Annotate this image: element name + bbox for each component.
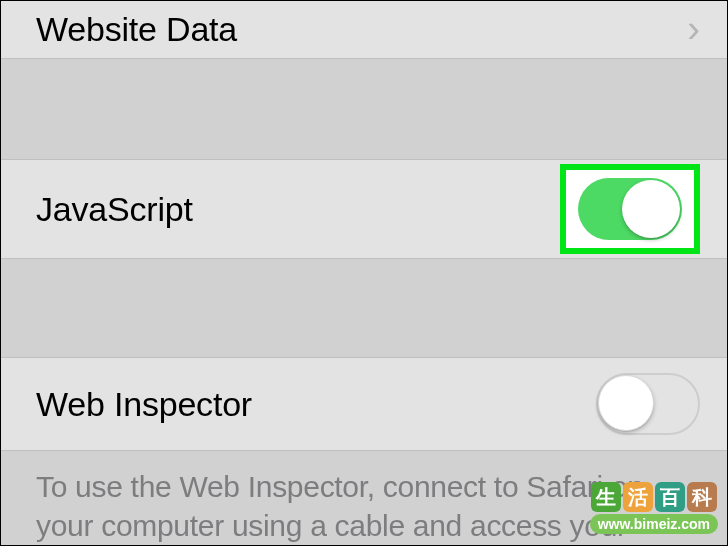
highlight-box xyxy=(560,164,700,254)
javascript-toggle[interactable] xyxy=(578,178,682,240)
javascript-row: JavaScript xyxy=(0,159,728,259)
toggle-knob xyxy=(622,180,680,238)
web-inspector-row: Web Inspector xyxy=(0,357,728,451)
chevron-right-icon: › xyxy=(687,8,700,51)
watermark-logo: 生 活 百 科 xyxy=(591,482,717,512)
website-data-label: Website Data xyxy=(36,10,237,49)
watermark-char: 活 xyxy=(623,482,653,512)
watermark-char: 百 xyxy=(655,482,685,512)
web-inspector-toggle[interactable] xyxy=(596,373,700,435)
web-inspector-label: Web Inspector xyxy=(36,385,252,424)
watermark-char: 生 xyxy=(591,482,621,512)
javascript-label: JavaScript xyxy=(36,190,193,229)
watermark-char: 科 xyxy=(687,482,717,512)
toggle-knob xyxy=(598,375,654,431)
watermark: 生 活 百 科 www.bimeiz.com xyxy=(590,482,718,534)
watermark-url: www.bimeiz.com xyxy=(590,514,718,534)
website-data-row[interactable]: Website Data › xyxy=(0,0,728,59)
